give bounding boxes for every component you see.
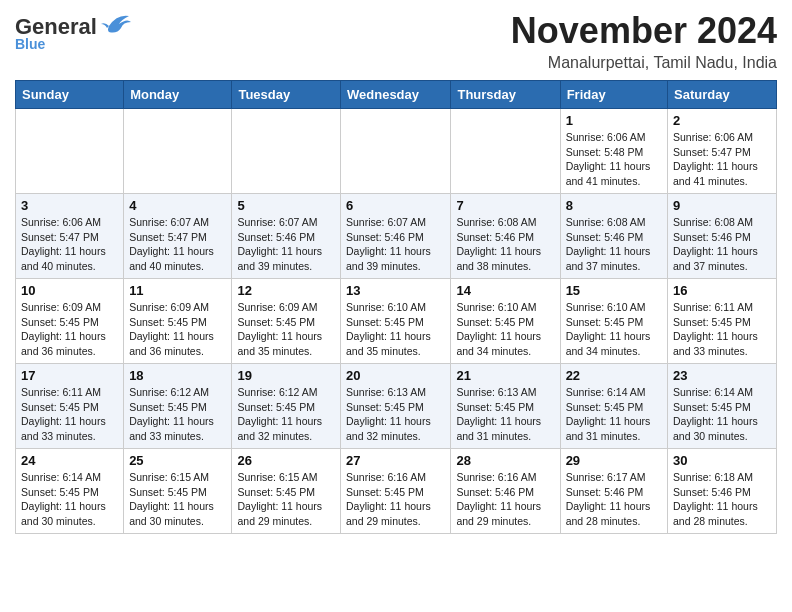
day-number: 12 (237, 283, 335, 298)
day-info: Sunrise: 6:15 AM Sunset: 5:45 PM Dayligh… (237, 470, 335, 529)
day-info: Sunrise: 6:09 AM Sunset: 5:45 PM Dayligh… (237, 300, 335, 359)
calendar-cell: 5Sunrise: 6:07 AM Sunset: 5:46 PM Daylig… (232, 194, 341, 279)
logo: General Blue (15, 10, 131, 52)
day-number: 11 (129, 283, 226, 298)
title-area: November 2024 Manalurpettai, Tamil Nadu,… (511, 10, 777, 72)
day-info: Sunrise: 6:13 AM Sunset: 5:45 PM Dayligh… (456, 385, 554, 444)
calendar-cell: 13Sunrise: 6:10 AM Sunset: 5:45 PM Dayli… (341, 279, 451, 364)
calendar-cell: 29Sunrise: 6:17 AM Sunset: 5:46 PM Dayli… (560, 449, 667, 534)
day-info: Sunrise: 6:14 AM Sunset: 5:45 PM Dayligh… (673, 385, 771, 444)
day-number: 14 (456, 283, 554, 298)
day-info: Sunrise: 6:08 AM Sunset: 5:46 PM Dayligh… (566, 215, 662, 274)
calendar-cell: 21Sunrise: 6:13 AM Sunset: 5:45 PM Dayli… (451, 364, 560, 449)
calendar-cell: 23Sunrise: 6:14 AM Sunset: 5:45 PM Dayli… (668, 364, 777, 449)
day-info: Sunrise: 6:09 AM Sunset: 5:45 PM Dayligh… (129, 300, 226, 359)
weekday-header-saturday: Saturday (668, 81, 777, 109)
day-info: Sunrise: 6:15 AM Sunset: 5:45 PM Dayligh… (129, 470, 226, 529)
day-info: Sunrise: 6:10 AM Sunset: 5:45 PM Dayligh… (346, 300, 445, 359)
weekday-header-wednesday: Wednesday (341, 81, 451, 109)
weekday-header-row: SundayMondayTuesdayWednesdayThursdayFrid… (16, 81, 777, 109)
day-info: Sunrise: 6:14 AM Sunset: 5:45 PM Dayligh… (566, 385, 662, 444)
calendar-cell: 9Sunrise: 6:08 AM Sunset: 5:46 PM Daylig… (668, 194, 777, 279)
day-number: 25 (129, 453, 226, 468)
day-info: Sunrise: 6:07 AM Sunset: 5:47 PM Dayligh… (129, 215, 226, 274)
calendar-cell: 26Sunrise: 6:15 AM Sunset: 5:45 PM Dayli… (232, 449, 341, 534)
day-info: Sunrise: 6:06 AM Sunset: 5:48 PM Dayligh… (566, 130, 662, 189)
day-number: 2 (673, 113, 771, 128)
calendar-cell: 30Sunrise: 6:18 AM Sunset: 5:46 PM Dayli… (668, 449, 777, 534)
day-info: Sunrise: 6:06 AM Sunset: 5:47 PM Dayligh… (673, 130, 771, 189)
day-number: 15 (566, 283, 662, 298)
calendar-cell: 24Sunrise: 6:14 AM Sunset: 5:45 PM Dayli… (16, 449, 124, 534)
day-number: 18 (129, 368, 226, 383)
day-info: Sunrise: 6:10 AM Sunset: 5:45 PM Dayligh… (566, 300, 662, 359)
day-info: Sunrise: 6:16 AM Sunset: 5:46 PM Dayligh… (456, 470, 554, 529)
calendar-cell: 19Sunrise: 6:12 AM Sunset: 5:45 PM Dayli… (232, 364, 341, 449)
day-number: 7 (456, 198, 554, 213)
calendar-cell: 6Sunrise: 6:07 AM Sunset: 5:46 PM Daylig… (341, 194, 451, 279)
day-number: 19 (237, 368, 335, 383)
calendar-cell: 3Sunrise: 6:06 AM Sunset: 5:47 PM Daylig… (16, 194, 124, 279)
weekday-header-friday: Friday (560, 81, 667, 109)
calendar-cell: 16Sunrise: 6:11 AM Sunset: 5:45 PM Dayli… (668, 279, 777, 364)
week-row-2: 3Sunrise: 6:06 AM Sunset: 5:47 PM Daylig… (16, 194, 777, 279)
calendar-cell (16, 109, 124, 194)
logo-text-area: General Blue (15, 14, 131, 52)
week-row-1: 1Sunrise: 6:06 AM Sunset: 5:48 PM Daylig… (16, 109, 777, 194)
day-info: Sunrise: 6:08 AM Sunset: 5:46 PM Dayligh… (673, 215, 771, 274)
day-number: 26 (237, 453, 335, 468)
day-info: Sunrise: 6:13 AM Sunset: 5:45 PM Dayligh… (346, 385, 445, 444)
day-number: 30 (673, 453, 771, 468)
calendar-cell: 25Sunrise: 6:15 AM Sunset: 5:45 PM Dayli… (124, 449, 232, 534)
week-row-3: 10Sunrise: 6:09 AM Sunset: 5:45 PM Dayli… (16, 279, 777, 364)
calendar-cell (124, 109, 232, 194)
day-number: 9 (673, 198, 771, 213)
day-number: 16 (673, 283, 771, 298)
day-number: 27 (346, 453, 445, 468)
day-info: Sunrise: 6:10 AM Sunset: 5:45 PM Dayligh… (456, 300, 554, 359)
weekday-header-tuesday: Tuesday (232, 81, 341, 109)
day-info: Sunrise: 6:11 AM Sunset: 5:45 PM Dayligh… (673, 300, 771, 359)
calendar-cell: 15Sunrise: 6:10 AM Sunset: 5:45 PM Dayli… (560, 279, 667, 364)
week-row-4: 17Sunrise: 6:11 AM Sunset: 5:45 PM Dayli… (16, 364, 777, 449)
week-row-5: 24Sunrise: 6:14 AM Sunset: 5:45 PM Dayli… (16, 449, 777, 534)
day-number: 24 (21, 453, 118, 468)
day-number: 4 (129, 198, 226, 213)
calendar-cell: 4Sunrise: 6:07 AM Sunset: 5:47 PM Daylig… (124, 194, 232, 279)
page-header: General Blue November 2024 Manalurpettai… (15, 10, 777, 72)
calendar-cell: 18Sunrise: 6:12 AM Sunset: 5:45 PM Dayli… (124, 364, 232, 449)
calendar-cell: 14Sunrise: 6:10 AM Sunset: 5:45 PM Dayli… (451, 279, 560, 364)
day-number: 10 (21, 283, 118, 298)
day-number: 8 (566, 198, 662, 213)
day-info: Sunrise: 6:07 AM Sunset: 5:46 PM Dayligh… (237, 215, 335, 274)
calendar-cell (341, 109, 451, 194)
calendar-cell: 20Sunrise: 6:13 AM Sunset: 5:45 PM Dayli… (341, 364, 451, 449)
day-info: Sunrise: 6:18 AM Sunset: 5:46 PM Dayligh… (673, 470, 771, 529)
logo-bird-icon (99, 12, 131, 38)
month-title: November 2024 (511, 10, 777, 52)
day-number: 3 (21, 198, 118, 213)
calendar-cell (232, 109, 341, 194)
day-number: 1 (566, 113, 662, 128)
calendar-cell: 1Sunrise: 6:06 AM Sunset: 5:48 PM Daylig… (560, 109, 667, 194)
day-info: Sunrise: 6:16 AM Sunset: 5:45 PM Dayligh… (346, 470, 445, 529)
day-info: Sunrise: 6:09 AM Sunset: 5:45 PM Dayligh… (21, 300, 118, 359)
day-number: 6 (346, 198, 445, 213)
location-subtitle: Manalurpettai, Tamil Nadu, India (511, 54, 777, 72)
day-info: Sunrise: 6:08 AM Sunset: 5:46 PM Dayligh… (456, 215, 554, 274)
calendar-cell: 10Sunrise: 6:09 AM Sunset: 5:45 PM Dayli… (16, 279, 124, 364)
day-number: 20 (346, 368, 445, 383)
day-info: Sunrise: 6:07 AM Sunset: 5:46 PM Dayligh… (346, 215, 445, 274)
weekday-header-monday: Monday (124, 81, 232, 109)
day-info: Sunrise: 6:12 AM Sunset: 5:45 PM Dayligh… (129, 385, 226, 444)
weekday-header-sunday: Sunday (16, 81, 124, 109)
day-info: Sunrise: 6:11 AM Sunset: 5:45 PM Dayligh… (21, 385, 118, 444)
day-number: 21 (456, 368, 554, 383)
day-number: 29 (566, 453, 662, 468)
calendar-cell (451, 109, 560, 194)
calendar-cell: 8Sunrise: 6:08 AM Sunset: 5:46 PM Daylig… (560, 194, 667, 279)
day-number: 13 (346, 283, 445, 298)
calendar-cell: 27Sunrise: 6:16 AM Sunset: 5:45 PM Dayli… (341, 449, 451, 534)
logo-blue-text: Blue (15, 36, 45, 52)
day-info: Sunrise: 6:17 AM Sunset: 5:46 PM Dayligh… (566, 470, 662, 529)
